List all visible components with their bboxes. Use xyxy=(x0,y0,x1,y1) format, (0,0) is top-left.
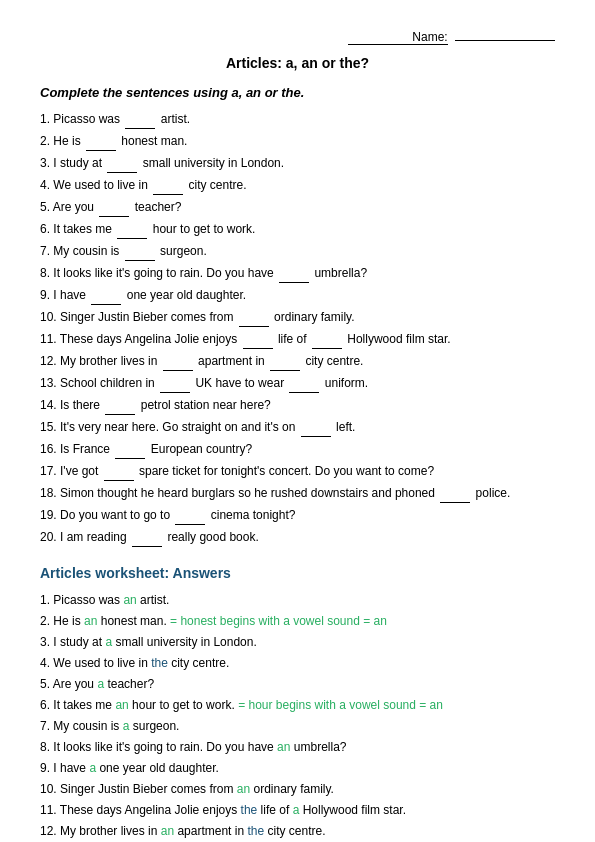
answer-item: 2. He is an honest man. = honest begins … xyxy=(40,612,555,630)
question-item: 20. I am reading really good book. xyxy=(40,528,555,547)
answers-title: Articles worksheet: Answers xyxy=(40,565,555,581)
question-item: 7. My cousin is surgeon. xyxy=(40,242,555,261)
question-item: 2. He is honest man. xyxy=(40,132,555,151)
answer-item: 7. My cousin is a surgeon. xyxy=(40,717,555,735)
question-item: 19. Do you want to go to cinema tonight? xyxy=(40,506,555,525)
answer-item: 10. Singer Justin Bieber comes from an o… xyxy=(40,780,555,798)
question-item: 5. Are you teacher? xyxy=(40,198,555,217)
question-item: 6. It takes me hour to get to work. xyxy=(40,220,555,239)
main-title: Articles: a, an or the? xyxy=(40,55,555,71)
question-item: 16. Is France European country? xyxy=(40,440,555,459)
questions-list: 1. Picasso was artist.2. He is honest ma… xyxy=(40,110,555,547)
name-blank[interactable] xyxy=(455,40,555,41)
question-item: 4. We used to live in city centre. xyxy=(40,176,555,195)
answer-item: 1. Picasso was an artist. xyxy=(40,591,555,609)
question-item: 8. It looks like it's going to rain. Do … xyxy=(40,264,555,283)
answer-item: 5. Are you a teacher? xyxy=(40,675,555,693)
answer-item: 3. I study at a small university in Lond… xyxy=(40,633,555,651)
answer-item: 8. It looks like it's going to rain. Do … xyxy=(40,738,555,756)
name-label: Name: xyxy=(348,30,448,45)
question-item: 14. Is there petrol station near here? xyxy=(40,396,555,415)
answer-item: 11. These days Angelina Jolie enjoys the… xyxy=(40,801,555,819)
answer-item: 4. We used to live in the city centre. xyxy=(40,654,555,672)
question-item: 17. I've got spare ticket for tonight's … xyxy=(40,462,555,481)
question-item: 13. School children in UK have to wear u… xyxy=(40,374,555,393)
question-item: 15. It's very near here. Go straight on … xyxy=(40,418,555,437)
name-line: Name: xyxy=(40,30,555,45)
question-item: 11. These days Angelina Jolie enjoys lif… xyxy=(40,330,555,349)
question-item: 18. Simon thought he heard burglars so h… xyxy=(40,484,555,503)
answer-item: 9. I have a one year old daughter. xyxy=(40,759,555,777)
question-item: 12. My brother lives in apartment in cit… xyxy=(40,352,555,371)
answers-list: 1. Picasso was an artist.2. He is an hon… xyxy=(40,591,555,842)
answer-item: 6. It takes me an hour to get to work. =… xyxy=(40,696,555,714)
question-item: 3. I study at small university in London… xyxy=(40,154,555,173)
question-item: 1. Picasso was artist. xyxy=(40,110,555,129)
answer-item: 12. My brother lives in an apartment in … xyxy=(40,822,555,840)
question-item: 9. I have one year old daughter. xyxy=(40,286,555,305)
question-item: 10. Singer Justin Bieber comes from ordi… xyxy=(40,308,555,327)
section1-title: Complete the sentences using a, an or th… xyxy=(40,85,555,100)
